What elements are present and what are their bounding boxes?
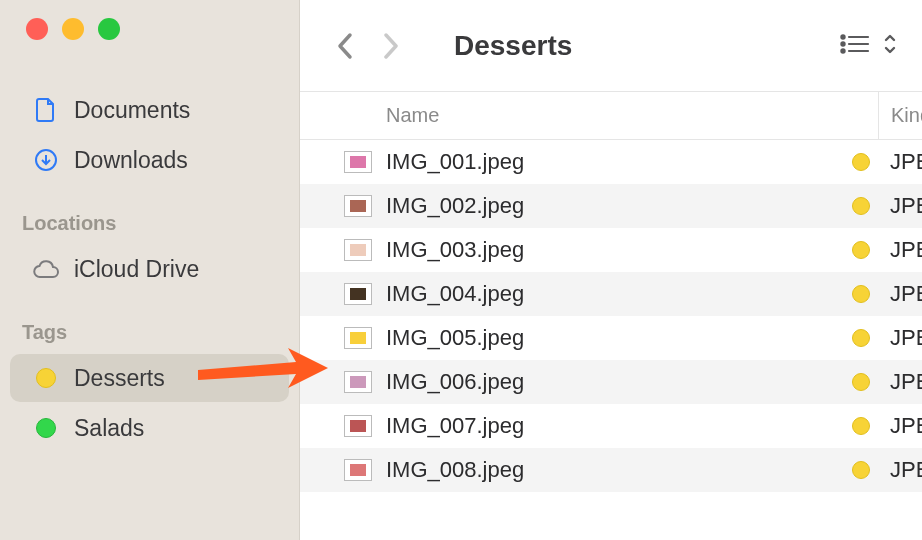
svg-point-1 xyxy=(841,35,844,38)
svg-point-5 xyxy=(841,49,844,52)
file-kind: JPEG image xyxy=(878,149,922,175)
file-tag-dot xyxy=(844,373,878,391)
window-controls xyxy=(0,18,299,40)
sidebar-tag-desserts[interactable]: Desserts xyxy=(10,354,289,402)
sidebar-item-label: Desserts xyxy=(74,365,165,392)
tag-dot-icon xyxy=(32,418,60,438)
file-tag-dot xyxy=(844,241,878,259)
file-thumbnail-icon xyxy=(344,327,372,349)
document-icon xyxy=(32,97,60,123)
sidebar-item-icloud-drive[interactable]: iCloud Drive xyxy=(10,245,289,293)
file-row[interactable]: IMG_004.jpegJPEG image xyxy=(300,272,922,316)
file-list: IMG_001.jpegJPEG imageIMG_002.jpegJPEG i… xyxy=(300,140,922,540)
file-name: IMG_004.jpeg xyxy=(386,281,844,307)
file-kind: JPEG image xyxy=(878,281,922,307)
column-header-name[interactable]: Name xyxy=(386,104,878,127)
file-thumbnail-icon xyxy=(344,415,372,437)
sidebar-item-label: Salads xyxy=(74,415,144,442)
file-thumbnail-icon xyxy=(344,195,372,217)
file-tag-dot xyxy=(844,417,878,435)
file-name: IMG_006.jpeg xyxy=(386,369,844,395)
sidebar-item-label: iCloud Drive xyxy=(74,256,199,283)
cloud-icon xyxy=(32,259,60,279)
column-header-kind[interactable]: Kind xyxy=(878,92,922,139)
toolbar: Desserts xyxy=(300,0,922,92)
file-row[interactable]: IMG_007.jpegJPEG image xyxy=(300,404,922,448)
file-row[interactable]: IMG_008.jpegJPEG image xyxy=(300,448,922,492)
file-thumbnail-icon xyxy=(344,283,372,305)
file-name: IMG_001.jpeg xyxy=(386,149,844,175)
sidebar-tag-salads[interactable]: Salads xyxy=(10,404,289,452)
file-thumbnail-icon xyxy=(344,459,372,481)
file-tag-dot xyxy=(844,329,878,347)
file-name: IMG_002.jpeg xyxy=(386,193,844,219)
file-thumbnail-icon xyxy=(344,151,372,173)
sidebar: Documents Downloads Locations iCloud Dri… xyxy=(0,0,300,540)
main-pane: Desserts Name Kind IMG_001.jpegJPEG imag… xyxy=(300,0,922,540)
file-tag-dot xyxy=(844,197,878,215)
file-thumbnail-icon xyxy=(344,371,372,393)
nav-back-button[interactable] xyxy=(336,31,354,61)
file-row[interactable]: IMG_006.jpegJPEG image xyxy=(300,360,922,404)
column-headers: Name Kind xyxy=(300,92,922,140)
file-name: IMG_005.jpeg xyxy=(386,325,844,351)
sidebar-item-label: Downloads xyxy=(74,147,188,174)
file-kind: JPEG image xyxy=(878,457,922,483)
file-kind: JPEG image xyxy=(878,369,922,395)
svg-point-3 xyxy=(841,42,844,45)
tag-dot-icon xyxy=(32,368,60,388)
file-thumbnail-icon xyxy=(344,239,372,261)
close-window-button[interactable] xyxy=(26,18,48,40)
file-name: IMG_003.jpeg xyxy=(386,237,844,263)
download-icon xyxy=(32,148,60,172)
file-kind: JPEG image xyxy=(878,413,922,439)
nav-forward-button[interactable] xyxy=(382,31,400,61)
file-row[interactable]: IMG_005.jpegJPEG image xyxy=(300,316,922,360)
file-name: IMG_008.jpeg xyxy=(386,457,844,483)
sidebar-section-locations: Locations xyxy=(0,212,299,235)
view-mode-button[interactable] xyxy=(838,32,872,60)
sidebar-item-documents[interactable]: Documents xyxy=(10,86,289,134)
file-name: IMG_007.jpeg xyxy=(386,413,844,439)
sidebar-item-label: Documents xyxy=(74,97,190,124)
sidebar-section-tags: Tags xyxy=(0,321,299,344)
file-row[interactable]: IMG_001.jpegJPEG image xyxy=(300,140,922,184)
sidebar-item-downloads[interactable]: Downloads xyxy=(10,136,289,184)
file-kind: JPEG image xyxy=(878,325,922,351)
file-tag-dot xyxy=(844,153,878,171)
file-tag-dot xyxy=(844,461,878,479)
view-options-button[interactable] xyxy=(882,31,898,61)
window-title: Desserts xyxy=(454,30,838,62)
file-row[interactable]: IMG_003.jpegJPEG image xyxy=(300,228,922,272)
file-kind: JPEG image xyxy=(878,237,922,263)
file-row[interactable]: IMG_002.jpegJPEG image xyxy=(300,184,922,228)
minimize-window-button[interactable] xyxy=(62,18,84,40)
zoom-window-button[interactable] xyxy=(98,18,120,40)
file-kind: JPEG image xyxy=(878,193,922,219)
file-tag-dot xyxy=(844,285,878,303)
